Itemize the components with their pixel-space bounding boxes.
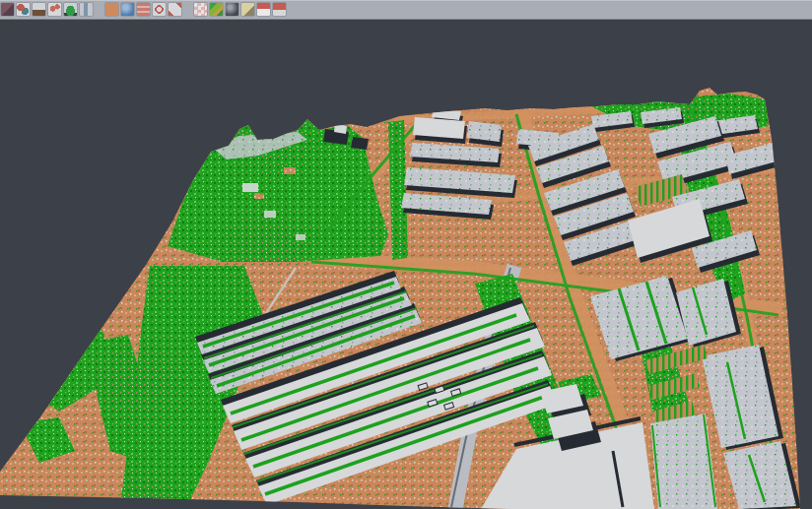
clear-marker-icon[interactable]: [273, 3, 286, 16]
toolbar: [0, 0, 812, 20]
classify-points-icon[interactable]: [17, 3, 30, 16]
crop-region-icon[interactable]: [169, 3, 181, 16]
classification-colors-icon[interactable]: [210, 3, 223, 16]
point-cloud-icon[interactable]: [1, 3, 14, 16]
flag-marker-icon[interactable]: [257, 3, 270, 16]
orthoimage-icon[interactable]: [105, 3, 118, 16]
layer-stack-icon[interactable]: [137, 3, 150, 16]
globe-view-icon[interactable]: [121, 3, 134, 16]
thin-points-icon[interactable]: [48, 3, 61, 16]
point-cloud-canvas[interactable]: [0, 21, 812, 509]
application-window: [0, 0, 812, 509]
3d-viewport[interactable]: [0, 21, 812, 509]
measure-tool-icon[interactable]: [241, 3, 254, 16]
texture-checker-icon[interactable]: [194, 3, 207, 16]
vegetation-filter-icon[interactable]: [64, 3, 77, 16]
toolbar-separator: [96, 3, 102, 17]
target-select-icon[interactable]: [153, 3, 166, 16]
shaded-sphere-icon[interactable]: [226, 3, 238, 16]
profile-view-icon[interactable]: [80, 3, 93, 16]
terrain-model-icon[interactable]: [33, 3, 45, 16]
toolbar-separator: [184, 3, 191, 17]
